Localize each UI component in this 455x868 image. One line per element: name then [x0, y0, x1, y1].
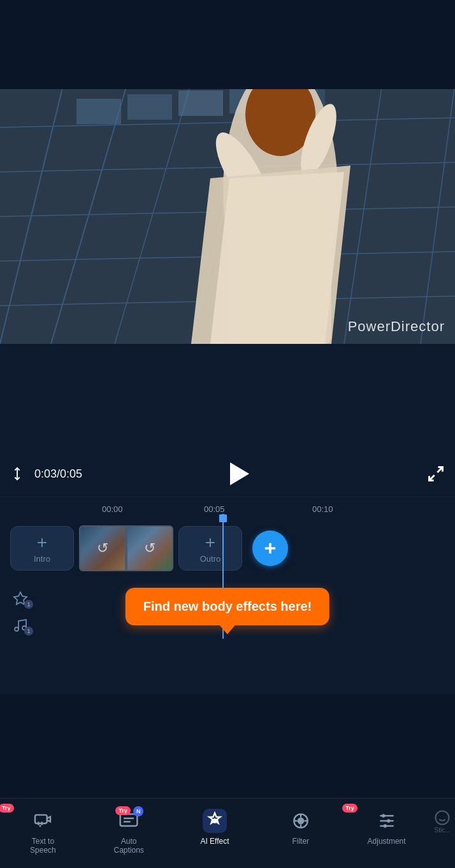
svg-point-34	[15, 627, 18, 631]
timeline-ruler: 00:00 00:05 00:10	[0, 497, 455, 518]
sticker-icon	[433, 809, 451, 827]
video-preview: PowerDirector	[0, 0, 455, 344]
video-clip-1[interactable]: ↺	[79, 525, 126, 571]
timeline-area: 00:00 00:05 00:10 + Intro ↺ ↺ + Outro	[0, 497, 455, 694]
clip-1-icon: ↺	[97, 540, 108, 557]
music-badge: 1	[24, 627, 33, 636]
outro-button[interactable]: + Outro	[178, 526, 242, 571]
tab-label-ai: AI Effect	[200, 837, 229, 846]
svg-point-53	[382, 814, 385, 817]
svg-rect-16	[127, 94, 172, 120]
intro-plus-icon: +	[37, 534, 47, 551]
svg-rect-40	[120, 814, 138, 826]
svg-marker-26	[210, 172, 344, 344]
music-layer-icon: 1	[10, 618, 31, 633]
tab-bar: Try Text toSpeech Try N Au	[0, 798, 455, 868]
effect-badge: 1	[24, 600, 33, 609]
watermark: PowerDirector	[348, 318, 445, 335]
svg-rect-17	[178, 90, 223, 116]
svg-point-43	[212, 818, 217, 823]
tab-adjustment[interactable]: Try Adjustment	[343, 806, 430, 846]
timeline-track: + Intro ↺ ↺ + Outro	[0, 520, 455, 576]
playback-bar: 0:03/0:05	[0, 451, 455, 497]
try-badge-tts: Try	[0, 804, 14, 813]
tooltip-bubble: Find new body effects here!	[126, 588, 329, 625]
tab-label-filter: Filter	[292, 837, 309, 846]
clip-2-icon: ↺	[144, 540, 155, 557]
svg-rect-27	[0, 0, 455, 89]
tab-filter[interactable]: Filter	[257, 806, 343, 846]
tab-sticker-partial[interactable]: Stic...	[430, 806, 455, 834]
intro-button[interactable]: + Intro	[10, 526, 74, 571]
video-clip-2[interactable]: ↺	[126, 525, 173, 571]
tab-auto-captions[interactable]: Try N AutoCaptions	[86, 806, 172, 855]
fullscreen-button[interactable]	[308, 465, 445, 483]
effect-layer-icon: 1	[10, 591, 31, 606]
play-button[interactable]	[171, 462, 308, 485]
intro-label: Intro	[34, 554, 50, 564]
expand-icon[interactable]	[10, 467, 24, 481]
plus-icon	[261, 539, 279, 557]
tab-ai-effect[interactable]: AI Effect	[172, 806, 258, 846]
ruler-mark-5: 00:05	[204, 504, 225, 514]
n-badge-captions: N	[133, 806, 143, 816]
ruler-mark-0: 00:00	[102, 504, 123, 514]
text-to-speech-icon	[31, 809, 55, 833]
tooltip-text: Find new body effects here!	[143, 599, 312, 613]
tab-label-adjustment: Adjustment	[368, 837, 406, 846]
svg-point-54	[387, 819, 390, 822]
ai-effect-icon	[203, 809, 227, 833]
try-badge-adjustment: Try	[342, 804, 358, 813]
svg-rect-15	[76, 99, 121, 124]
filter-icon	[289, 809, 313, 833]
adjustment-icon	[375, 809, 399, 833]
try-badge-captions: Try	[115, 806, 131, 815]
svg-point-55	[383, 824, 386, 827]
svg-rect-36	[35, 815, 47, 823]
play-triangle-icon	[230, 462, 249, 485]
time-display: 0:03/0:05	[34, 467, 171, 481]
svg-point-56	[435, 811, 449, 825]
tab-text-to-speech[interactable]: Try Text toSpeech	[0, 806, 86, 855]
outro-plus-icon: +	[205, 534, 215, 551]
svg-point-45	[297, 818, 304, 825]
tab-label-tts: Text toSpeech	[30, 837, 56, 855]
tab-label-captions: AutoCaptions	[114, 837, 144, 855]
tab-label-sticker: Stic...	[434, 827, 450, 834]
outro-label: Outro	[200, 554, 221, 564]
video-clips: ↺ ↺	[79, 525, 173, 571]
dark-area: 0:03/0:05	[0, 344, 455, 497]
ruler-mark-10: 00:10	[312, 504, 333, 514]
add-media-button[interactable]	[252, 530, 288, 566]
